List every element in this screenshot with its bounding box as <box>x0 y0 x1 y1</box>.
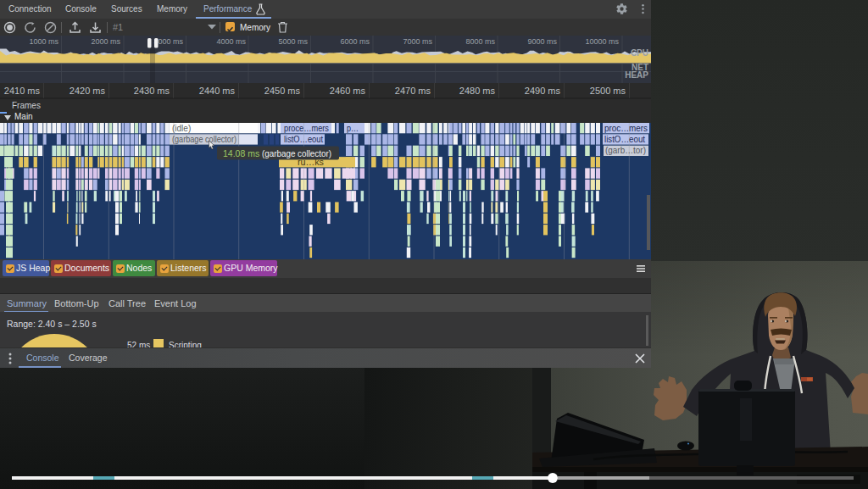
svg-text:(garb…tor): (garb…tor) <box>605 146 646 155</box>
svg-text:(garbage collector): (garbage collector) <box>262 148 331 158</box>
svg-text:proc…mers: proc…mers <box>604 124 648 133</box>
svg-text:proce…mers: proce…mers <box>284 124 329 133</box>
svg-text:listO…eout: listO…eout <box>604 135 645 144</box>
svg-text:(idle): (idle) <box>172 124 191 133</box>
svg-text:listO…eout: listO…eout <box>284 135 323 144</box>
svg-text:p…: p… <box>347 124 359 133</box>
svg-text:(garbage collector): (garbage collector) <box>172 135 236 144</box>
svg-text:14.08 ms: 14.08 ms <box>223 148 259 158</box>
